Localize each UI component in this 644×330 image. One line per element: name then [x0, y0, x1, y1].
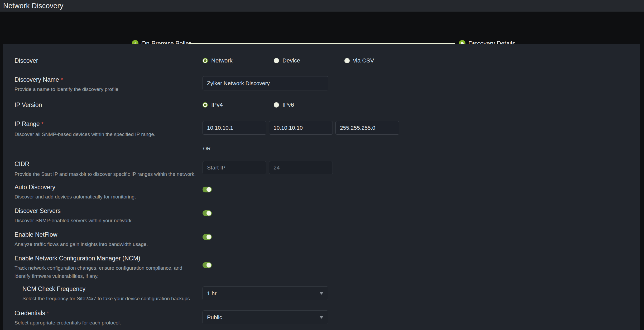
credentials-select[interactable]: Public [203, 310, 328, 324]
radio-ipv4-label: IPv4 [211, 101, 223, 108]
radio-unselected-icon [274, 102, 279, 108]
enable-netflow-help: Analyze traffic flows and gain insights … [15, 240, 148, 248]
radio-network-label: Network [211, 57, 233, 64]
radio-unselected-icon [344, 58, 350, 63]
discover-label: Discover [15, 57, 38, 64]
discovery-name-label: Discovery Name* [15, 76, 63, 84]
wizard-stepper: On-Premise Poller Discovery Details [0, 12, 644, 44]
or-separator: OR [203, 146, 211, 152]
ip-range-help: Discover all SNMP-based devices within t… [15, 130, 155, 138]
enable-ncm-label: Enable Network Configuration Manager (NC… [15, 255, 140, 262]
radio-selected-icon [203, 102, 208, 108]
credentials-label: Credentials* [15, 309, 49, 317]
enable-ncm-help: Track network configuration changes, ens… [15, 264, 189, 280]
radio-ipv6[interactable]: IPv6 [274, 101, 294, 109]
required-asterisk: * [47, 310, 49, 317]
enable-ncm-toggle[interactable] [203, 262, 212, 268]
auto-discovery-toggle[interactable] [203, 187, 212, 192]
cidr-maskbit-input[interactable] [269, 161, 333, 174]
chevron-down-icon [320, 292, 323, 295]
required-asterisk: * [61, 76, 63, 83]
cidr-label: CIDR [15, 160, 29, 168]
ip-range-label: IP Range* [15, 120, 44, 128]
required-asterisk: * [41, 121, 44, 127]
stepper-connector-line [189, 43, 455, 44]
discover-servers-toggle[interactable] [203, 210, 212, 216]
credentials-help: Select appropriate credentials for each … [15, 319, 121, 327]
radio-device[interactable]: Device [274, 57, 300, 64]
enable-netflow-label: Enable NetFlow [15, 231, 57, 238]
cidr-start-ip-input[interactable] [203, 161, 266, 174]
discover-servers-label: Discover Servers [15, 207, 61, 215]
form-panel: Discover Network Device via CSV Discover… [3, 44, 640, 330]
radio-selected-icon [203, 58, 208, 63]
radio-via-csv-label: via CSV [353, 57, 374, 64]
ncm-check-frequency-select[interactable]: 1 hr [203, 287, 328, 300]
ncm-check-frequency-help: Select the frequency for Site24x7 to tak… [22, 294, 191, 303]
auto-discovery-help: Discover and add devices automatically f… [15, 193, 136, 201]
enable-netflow-toggle[interactable] [203, 234, 212, 240]
radio-network[interactable]: Network [203, 57, 233, 64]
ip-range-start-input[interactable] [203, 121, 266, 135]
radio-unselected-icon [274, 58, 279, 63]
ncm-check-frequency-label: NCM Check Frequency [22, 285, 85, 293]
radio-via-csv[interactable]: via CSV [344, 57, 374, 64]
radio-ipv4[interactable]: IPv4 [203, 101, 223, 109]
discover-servers-help: Discover SNMP-enabled servers within you… [15, 216, 133, 225]
cidr-help: Provide the Start IP and maskbit to disc… [15, 170, 196, 178]
chevron-down-icon [320, 316, 323, 319]
top-bar: Network Discovery [0, 0, 644, 12]
page-title: Network Discovery [3, 0, 63, 12]
ncm-check-frequency-value: 1 hr [207, 287, 217, 300]
radio-device-label: Device [282, 57, 300, 64]
ip-version-label: IP Version [15, 101, 42, 109]
credentials-value: Public [207, 311, 222, 324]
discovery-name-input[interactable] [203, 76, 328, 90]
ip-range-end-input[interactable] [269, 121, 333, 135]
discovery-name-help: Provide a name to identify the discovery… [15, 85, 118, 93]
ip-range-netmask-input[interactable] [335, 121, 399, 135]
auto-discovery-label: Auto Discovery [15, 183, 55, 191]
radio-ipv6-label: IPv6 [282, 101, 294, 108]
